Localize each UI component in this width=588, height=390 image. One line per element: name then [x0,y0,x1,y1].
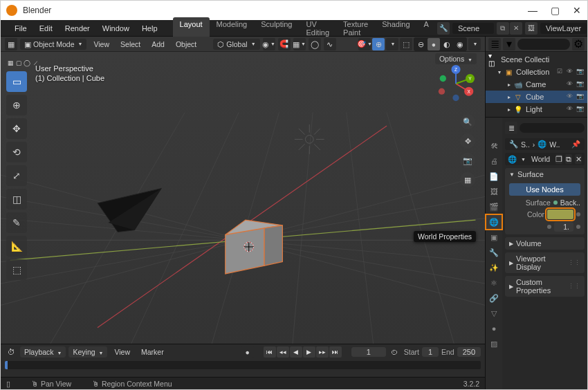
outliner-filter-button[interactable]: ⚙ [572,38,585,50]
viewlayer-name-field[interactable]: ViewLayer [540,23,587,34]
shading-rendered[interactable]: ◉ [454,38,466,50]
editor-type-icon[interactable]: ▦ [5,38,17,50]
scene-new-button[interactable]: ⧉ [497,22,509,35]
shading-solid[interactable]: ● [428,38,440,50]
jump-to-end-button[interactable]: ⏭ [329,346,342,358]
scene-delete-button[interactable]: ✕ [510,22,522,35]
overlays-dropdown[interactable]: ▼ [386,38,398,50]
menu-object[interactable]: Object [172,39,201,50]
properties-editor-type-icon[interactable]: ≣ [505,122,517,134]
timeline-view-menu[interactable]: View [110,346,134,358]
workspace-tab-sculpting[interactable]: Sculpting [254,17,299,39]
options-dropdown[interactable]: Options ▼ [435,53,477,64]
disable-render-icon[interactable]: 📷 [576,80,585,89]
xray-toggle[interactable]: ⬚ [400,38,412,50]
world-name-field[interactable]: World [529,155,553,163]
scene-browse-icon[interactable]: 🔧 [437,22,450,35]
properties-search-field[interactable] [520,123,585,133]
end-frame-field[interactable]: 250 [457,347,481,357]
properties-tab-physics[interactable]: ⚛ [486,275,502,290]
workspace-tab-uv-editing[interactable]: UV Editing [299,17,336,39]
tool-move[interactable]: ✥ [6,118,27,139]
play-reverse-button[interactable]: ◀ [290,346,302,358]
properties-tab-output[interactable]: 📄 [486,169,502,184]
disclosure-triangle-icon[interactable]: ▸ [508,94,511,100]
workspace-tab-texture-paint[interactable]: Texture Paint [336,17,375,39]
panel-options-icon[interactable]: ⋮⋮ [568,259,580,266]
jump-next-keyframe-button[interactable]: ▸▸ [316,346,329,358]
menu-view[interactable]: View [89,39,113,50]
properties-tab-scene[interactable]: 🎬 [486,199,502,214]
world-datablock-selector[interactable]: 🌐▼ World ❐ ⧉ ✕ [505,153,585,165]
disclosure-triangle-icon[interactable]: ▸ [508,82,511,88]
strength-socket-icon[interactable] [547,225,551,229]
timeline-marker-menu[interactable]: Marker [137,346,168,358]
world-unlink-button[interactable]: ✕ [575,154,582,164]
outliner-item-cube[interactable]: ▸ ▽ Cube 👁 📷 [486,91,587,103]
custom-properties-panel-header[interactable]: ▶ Custom Properties ⋮⋮ [505,276,585,297]
menu-help[interactable]: Help [136,23,163,34]
visibility-eye-icon[interactable]: 👁 [567,105,575,113]
properties-tab-particles[interactable]: ✨ [486,260,502,275]
world-color-swatch[interactable] [547,210,573,219]
tool-rotate[interactable]: ⟲ [6,142,27,162]
outliner-scene-collection[interactable]: ▾ ◫ Scene Collecti [486,53,587,66]
shading-options-dropdown[interactable]: ▼ [468,38,481,50]
shading-wireframe[interactable]: ⊖ [414,38,427,50]
properties-tab-constraints[interactable]: 🔗 [486,290,502,306]
use-nodes-button[interactable]: Use Nodes [509,183,580,196]
tool-cursor[interactable]: ⊕ [6,95,27,115]
gizmo-visibility-dropdown[interactable]: 🎯▼ [358,38,371,50]
tool-add-cube[interactable]: ⬚ [6,259,27,280]
shading-material[interactable]: ◐ [441,38,453,50]
proportional-edit-toggle[interactable]: ◯ [309,38,321,50]
surface-shader-socket-icon[interactable] [553,201,558,205]
surface-panel-header[interactable]: ▼ Surface [505,168,585,180]
properties-tab-render[interactable]: 🖨 [486,154,502,169]
timeline-keying-menu[interactable]: Keying ▼ [68,346,107,358]
disable-render-icon[interactable]: 📷 [576,105,585,113]
properties-tab-data[interactable]: ▽ [486,306,502,321]
outliner-editor-type-icon[interactable]: ≣ [488,38,501,50]
zoom-gizmo-icon[interactable]: 🔍 [460,114,475,129]
navigation-gizmo[interactable]: X Y Z [437,64,475,103]
properties-tab-tool[interactable]: 🛠 [486,138,502,154]
pin-icon[interactable]: 📌 [571,140,580,149]
color-options-icon[interactable] [576,212,580,216]
snap-target-dropdown[interactable]: ▦▼ [293,38,306,50]
properties-tab-modifiers[interactable]: 🔧 [486,245,502,260]
preview-range-toggle[interactable]: ⏲ [389,346,401,358]
jump-prev-keyframe-button[interactable]: ◂◂ [277,346,289,358]
ortho-toggle-gizmo-icon[interactable]: ▦ [460,172,475,187]
outliner-collection[interactable]: ▾ ▣ Collection ☑ 👁 📷 [486,66,587,78]
strength-value-field[interactable]: 1. [554,222,573,232]
volume-panel-header[interactable]: ▶ Volume [505,237,585,250]
strength-options-icon[interactable] [576,225,580,229]
tool-transform[interactable]: ◫ [6,189,27,210]
world-new-button[interactable]: ❐ [555,154,562,164]
visibility-eye-icon[interactable]: 👁 [567,68,575,76]
panel-options-icon[interactable]: ⋮⋮ [568,283,580,290]
transform-orientation-dropdown[interactable]: ⬡ Global ▼ [213,39,259,50]
snap-toggle[interactable]: 🧲 [278,38,291,50]
properties-tab-material[interactable]: ● [486,321,502,336]
properties-tab-texture[interactable]: ▨ [486,336,502,351]
properties-tab-viewlayer[interactable]: 🖼 [486,184,502,199]
timeline-editor-type-icon[interactable]: ⏱ [5,346,17,358]
viewport-display-panel-header[interactable]: ▶ Viewport Display ⋮⋮ [505,252,585,273]
outliner-display-mode-dropdown[interactable]: ▾ [503,38,515,50]
maximize-button[interactable]: ▢ [550,6,560,15]
menu-file[interactable]: File [9,23,33,34]
start-frame-field[interactable]: 1 [422,347,439,357]
workspace-tab-layout[interactable]: Layout [173,17,210,39]
outliner-search-field[interactable] [517,39,570,50]
minimize-button[interactable]: — [528,6,538,15]
outliner-item-light[interactable]: ▸ 💡 Light 👁 📷 [486,103,587,115]
scene-name-field[interactable]: Scene [452,23,494,34]
auto-keying-toggle[interactable]: ● [241,346,254,358]
disclosure-triangle-icon[interactable]: ▾ [498,69,501,75]
timeline-playback-menu[interactable]: Playback ▼ [20,346,66,358]
current-frame-field[interactable]: 1 [351,347,386,357]
tool-annotate[interactable]: ✎ [6,212,27,233]
workspace-tab-modeling[interactable]: Modeling [210,17,255,39]
